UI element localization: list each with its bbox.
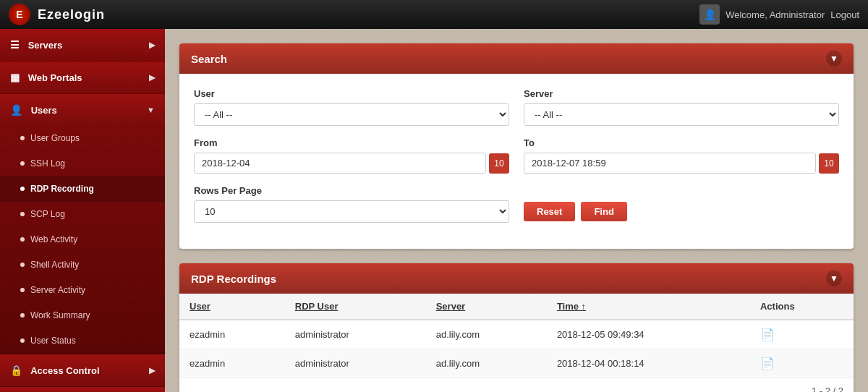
sidebar-item-settings[interactable]: ⚙ Settings ▶ — [0, 387, 165, 392]
user-groups-label: User Groups — [30, 133, 80, 143]
search-collapse-button[interactable]: ▼ — [826, 51, 842, 67]
dot-icon — [20, 136, 25, 140]
shell-activity-label: Shell Activity — [30, 260, 79, 270]
sidebar-item-server-activity[interactable]: Server Activity — [0, 278, 165, 303]
col-rdp-user: RDP User — [285, 294, 426, 320]
rows-per-page-select[interactable]: 10 — [194, 200, 509, 223]
dot-icon — [20, 313, 25, 318]
pagination: 1 - 2 / 2 — [179, 378, 854, 392]
sidebar-item-user-status[interactable]: User Status — [0, 328, 165, 354]
sidebar-ac-content: 🔒 Access Control — [10, 365, 100, 376]
sidebar-item-web-activity[interactable]: Web Activity — [0, 227, 165, 252]
col-server: Server — [426, 294, 547, 320]
rows-per-page-label: Rows Per Page — [194, 185, 509, 196]
dot-icon — [20, 237, 25, 242]
table-row: ezadmin administrator ad.lily.com 2018-1… — [179, 320, 854, 349]
sidebar-section-access-control: 🔒 Access Control ▶ — [0, 354, 165, 387]
sidebar-section-settings: ⚙ Settings ▶ — [0, 387, 165, 392]
rdp-user-sort-link[interactable]: RDP User — [295, 301, 339, 312]
sidebar-users-label: Users — [31, 105, 57, 116]
table-row: ezadmin administrator ad.lily.com 2018-1… — [179, 349, 854, 378]
server-activity-label: Server Activity — [30, 285, 85, 295]
cell-rdp-user: administrator — [285, 349, 426, 378]
search-card-body: User -- All -- Server -- All -- Fr — [179, 74, 854, 249]
welcome-text: Welcome, Administrator — [726, 9, 825, 20]
sidebar: ☰ Servers ▶ ▦ Web Portals ▶ 👤 Users — [0, 29, 165, 392]
server-sort-link[interactable]: Server — [436, 301, 465, 312]
web-portals-arrow: ▶ — [149, 73, 155, 82]
rdp-recording-label: RDP Recording — [30, 184, 94, 194]
download-recording-icon[interactable]: 📄 — [760, 357, 775, 370]
dot-icon — [20, 187, 25, 191]
logout-link[interactable]: Logout — [830, 9, 859, 20]
sidebar-item-shell-activity[interactable]: Shell Activity — [0, 252, 165, 278]
from-date-input[interactable] — [194, 153, 486, 174]
users-icon: 👤 — [10, 104, 22, 116]
from-date-wrap: 10 — [194, 153, 509, 174]
cell-user: ezadmin — [179, 320, 285, 349]
sidebar-item-users[interactable]: 👤 Users ▼ — [0, 94, 165, 126]
recordings-table-head: User RDP User Server Time ↑ Actions — [179, 294, 854, 320]
find-button[interactable]: Find — [581, 202, 626, 221]
users-arrow: ▼ — [147, 106, 155, 114]
time-sort-link[interactable]: Time ↑ — [557, 301, 586, 312]
from-label: From — [194, 137, 509, 148]
search-card: Search ▼ User -- All -- Server -- All -- — [179, 43, 854, 249]
server-select[interactable]: -- All -- — [524, 103, 839, 126]
col-user: User — [179, 294, 285, 320]
app-title: Ezeelogin — [38, 7, 105, 22]
to-field-group: To 10 — [524, 137, 839, 174]
col-actions: Actions — [750, 294, 854, 320]
sidebar-item-work-summary[interactable]: Work Summary — [0, 303, 165, 328]
sidebar-section-servers: ☰ Servers ▶ — [0, 29, 165, 61]
reset-button[interactable]: Reset — [524, 202, 575, 221]
dot-icon — [20, 212, 25, 216]
download-recording-icon[interactable]: 📄 — [760, 328, 775, 341]
from-calendar-button[interactable]: 10 — [489, 153, 509, 174]
sidebar-item-access-control[interactable]: 🔒 Access Control ▶ — [0, 354, 165, 386]
search-card-header: Search ▼ — [179, 43, 854, 74]
recordings-table-body: ezadmin administrator ad.lily.com 2018-1… — [179, 320, 854, 378]
form-actions-group: Reset Find — [524, 185, 839, 223]
servers-arrow: ▶ — [149, 41, 155, 50]
cell-user: ezadmin — [179, 349, 285, 378]
sidebar-webportals-content: ▦ Web Portals — [10, 72, 82, 83]
server-field-group: Server -- All -- — [524, 88, 839, 126]
sidebar-item-ssh-log[interactable]: SSH Log — [0, 151, 165, 176]
search-form-actions: Reset Find — [524, 202, 627, 221]
user-sort-link[interactable]: User — [190, 301, 210, 312]
main-layout: ☰ Servers ▶ ▦ Web Portals ▶ 👤 Users — [0, 29, 868, 392]
ssh-log-label: SSH Log — [30, 158, 65, 169]
dot-icon — [20, 263, 25, 267]
to-label: To — [524, 137, 839, 148]
user-label: User — [194, 88, 509, 99]
recordings-collapse-button[interactable]: ▼ — [826, 270, 842, 286]
cell-actions: 📄 — [750, 349, 854, 378]
sidebar-item-scp-log[interactable]: SCP Log — [0, 202, 165, 227]
search-card-title: Search — [191, 53, 227, 65]
cell-time: 2018-12-04 00:18:14 — [547, 349, 750, 378]
to-date-input[interactable] — [524, 153, 816, 174]
sidebar-ac-label: Access Control — [30, 365, 99, 376]
sidebar-item-rdp-recording[interactable]: RDP Recording — [0, 176, 165, 202]
search-form-row-2: From 10 To 10 — [194, 137, 839, 174]
access-control-icon: 🔒 — [10, 365, 22, 376]
dot-icon — [20, 161, 25, 166]
sidebar-item-user-groups[interactable]: User Groups — [0, 126, 165, 151]
sidebar-webportals-label: Web Portals — [28, 72, 82, 83]
sidebar-item-web-portals[interactable]: ▦ Web Portals ▶ — [0, 61, 165, 93]
to-calendar-button[interactable]: 10 — [819, 153, 839, 174]
topbar: E Ezeelogin 👤 Welcome, Administrator Log… — [0, 0, 868, 29]
cell-actions: 📄 — [750, 320, 854, 349]
sidebar-item-servers[interactable]: ☰ Servers ▶ — [0, 29, 165, 61]
recordings-card: RDP Recordings ▼ User RDP User Server Ti… — [179, 263, 854, 392]
scp-log-label: SCP Log — [30, 209, 65, 219]
recordings-table: User RDP User Server Time ↑ Actions ezad… — [179, 294, 854, 378]
sidebar-users-content: 👤 Users — [10, 104, 57, 116]
web-activity-label: Web Activity — [30, 234, 77, 244]
recordings-card-title: RDP Recordings — [191, 273, 276, 285]
col-time: Time ↑ — [547, 294, 750, 320]
user-status-label: User Status — [30, 336, 76, 346]
user-select[interactable]: -- All -- — [194, 103, 509, 126]
sidebar-servers-label: Servers — [28, 40, 63, 51]
